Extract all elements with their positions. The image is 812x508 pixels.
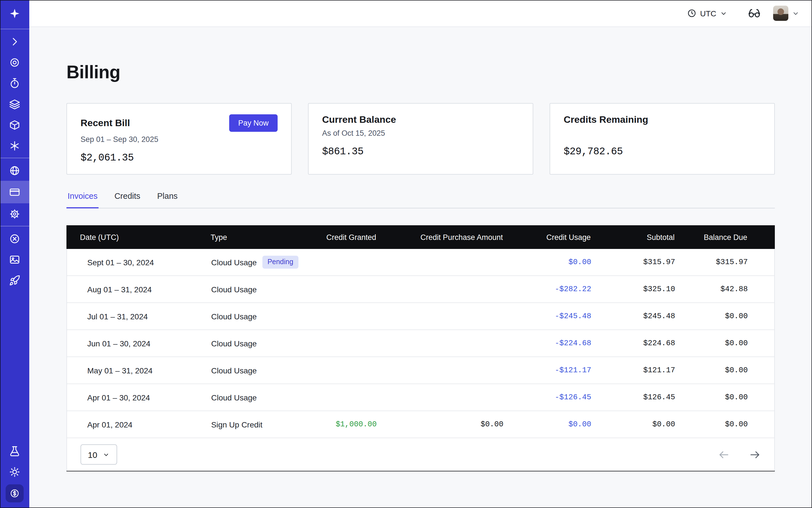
timezone-selector[interactable]: UTC [687, 8, 728, 18]
sidebar-item-dollar-circle[interactable] [0, 482, 29, 508]
invoice-date: Sept 01 – 30, 2024 [87, 258, 154, 267]
cube-icon [9, 119, 20, 130]
invoices-table: Date (UTC) Type Credit Granted Credit Pu… [67, 225, 775, 471]
invoice-date: Jul 01 – 31, 2024 [87, 312, 148, 321]
sidebar-item-gear[interactable] [0, 203, 29, 224]
subtotal: $126.45 [591, 393, 675, 401]
tab-invoices[interactable]: Invoices [67, 192, 98, 208]
balance-due: $0.00 [675, 393, 748, 401]
sidebar-spacer [0, 291, 29, 440]
sidebar-item-image[interactable] [0, 249, 29, 270]
timezone-label: UTC [700, 9, 716, 18]
balance-due: $315.97 [675, 258, 748, 266]
tab-plans[interactable]: Plans [156, 192, 179, 208]
invoice-type: Cloud Usage [211, 393, 257, 402]
sidebar-item-flask[interactable] [0, 440, 29, 461]
table-header: Date (UTC) Type Credit Granted Credit Pu… [67, 225, 775, 249]
invoice-date: Apr 01, 2024 [87, 420, 132, 429]
chevron-down-icon [102, 451, 110, 458]
main-column: UTC Billing Recent Bill Pay Now Sep 01 [29, 0, 812, 508]
card-amount: $2,061.35 [81, 152, 277, 163]
column-header: Credit Usage [503, 233, 591, 241]
subtotal: $325.10 [591, 285, 675, 293]
card-subtitle: Sep 01 – Sep 30, 2025 [81, 135, 277, 145]
card-title: Credits Remaining [564, 114, 648, 126]
subtotal: $245.48 [591, 312, 675, 321]
invoice-row: Apr 01, 2024 Sign Up Credit $1,000.00 $0… [67, 411, 774, 438]
sidebar-item-timer[interactable] [0, 73, 29, 93]
account-menu[interactable] [773, 6, 800, 21]
billing-page: Billing Recent Bill Pay Now Sep 01 – Sep… [29, 27, 812, 508]
image-icon [9, 254, 20, 265]
sun-icon [9, 466, 20, 477]
screen: UTC Billing Recent Bill Pay Now Sep 01 [0, 0, 812, 508]
arrow-right-icon [749, 449, 761, 460]
invoice-row: Apr 01 – 30, 2024 Cloud Usage -$126.45 $… [67, 384, 774, 411]
globe-icon [9, 165, 20, 176]
balance-due: $0.00 [675, 312, 748, 321]
glasses-icon [748, 7, 761, 20]
credit-usage: -$245.48 [503, 312, 591, 321]
app-logo[interactable] [0, 0, 29, 27]
pay-now-button[interactable]: Pay Now [229, 114, 277, 132]
app-window: UTC Billing Recent Bill Pay Now Sep 01 [0, 0, 812, 508]
page-size-select[interactable]: 10 [81, 444, 117, 465]
flask-icon [9, 445, 20, 457]
invoice-type: Cloud Usage [211, 339, 257, 348]
page-title: Billing [67, 62, 775, 83]
invoice-date: Jun 01 – 30, 2024 [87, 339, 151, 348]
sidebar-item-layers[interactable] [0, 93, 29, 114]
next-page-button[interactable] [749, 449, 761, 460]
tab-credits[interactable]: Credits [113, 192, 141, 208]
invoice-type: Cloud Usage [211, 312, 257, 321]
asterisk-icon [9, 140, 20, 151]
sidebar-item-rocket[interactable] [0, 270, 29, 291]
sidebar-item-crosshair[interactable] [0, 52, 29, 73]
sidebar-item-globe[interactable] [0, 160, 29, 181]
sidebar-item-asterisk[interactable] [0, 135, 29, 156]
credit-usage: -$126.45 [503, 393, 591, 401]
card-subtitle: As of Oct 15, 2025 [322, 129, 519, 138]
layers-icon [9, 98, 20, 110]
status-badge: Pending [262, 256, 298, 269]
invoice-type: Cloud Usage [211, 258, 257, 267]
sidebar [0, 0, 29, 508]
card-subtitle [564, 129, 761, 138]
invoice-date: Aug 01 – 31, 2024 [87, 285, 152, 294]
column-header: Date (UTC) [67, 233, 206, 241]
invoice-table-body: Sept 01 – 30, 2024 Cloud Usage Pending $… [67, 249, 775, 438]
table-footer: 10 [67, 438, 775, 471]
credit-granted: $1,000.00 [302, 420, 377, 429]
balance-due: $0.00 [675, 420, 748, 429]
balance-due: $0.00 [675, 366, 748, 375]
invoice-type: Cloud Usage [211, 285, 257, 294]
credit-usage: -$224.68 [503, 339, 591, 347]
subtotal: $315.97 [591, 258, 675, 266]
recent-bill-card: Recent Bill Pay Now Sep 01 – Sep 30, 202… [67, 103, 292, 175]
sidebar-item-circle-x[interactable] [0, 228, 29, 249]
credit-usage: -$282.22 [503, 285, 591, 293]
invoice-type: Cloud Usage [211, 366, 257, 375]
sidebar-item-cube[interactable] [0, 114, 29, 135]
sidebar-divider [0, 158, 29, 158]
card-title: Recent Bill [81, 118, 130, 129]
circle-x-icon [9, 233, 20, 244]
glasses-button[interactable] [748, 7, 761, 20]
avatar [773, 6, 788, 21]
subtotal: $121.17 [591, 366, 675, 375]
invoice-row: Jul 01 – 31, 2024 Cloud Usage -$245.48 $… [67, 303, 774, 330]
sidebar-item-chevron-right[interactable] [0, 31, 29, 52]
credit-usage: $0.00 [503, 258, 591, 266]
balance-due: $0.00 [675, 339, 748, 347]
sidebar-item-credit-card[interactable] [0, 181, 29, 203]
summary-cards: Recent Bill Pay Now Sep 01 – Sep 30, 202… [67, 103, 775, 175]
invoice-date: May 01 – 31, 2024 [87, 366, 153, 375]
rocket-icon [9, 274, 20, 286]
tabs: Invoices Credits Plans [67, 192, 775, 208]
sidebar-item-sun[interactable] [0, 461, 29, 482]
prev-page-button[interactable] [718, 449, 730, 460]
current-balance-card: Current Balance As of Oct 15, 2025 $861.… [308, 103, 533, 175]
card-amount: $861.35 [322, 146, 519, 157]
credit-purchase-amount: $0.00 [377, 420, 503, 429]
clock-icon [687, 8, 696, 18]
